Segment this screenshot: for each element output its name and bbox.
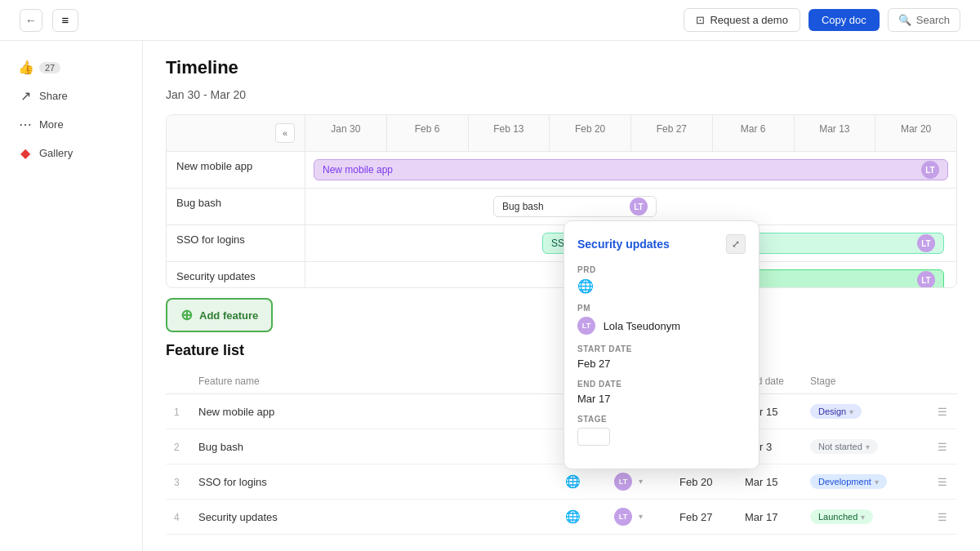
table-row: 2 Bug bash 🌐 LT ▾ Feb 15 Mar 3 Not start…	[166, 429, 957, 464]
likes-count: 27	[39, 62, 60, 73]
row-stage-3[interactable]: Launched▾	[802, 500, 924, 535]
col-mar13: Mar 13	[795, 115, 876, 151]
avatar-new-mobile-app: LT	[921, 161, 939, 179]
feature-table: Feature name PRD PM Start date End date …	[166, 369, 957, 535]
popup-expand-button[interactable]: ⤢	[726, 234, 746, 254]
col-mar20: Mar 20	[875, 115, 956, 151]
more-icon: ⋯	[18, 117, 33, 132]
collapse-icon: «	[283, 128, 287, 138]
table-row: 4 Security updates 🌐 LT ▾ Feb 27 Mar 17 …	[166, 500, 957, 535]
row-actions-1[interactable]: ☰	[924, 429, 957, 464]
sidebar-item-likes[interactable]: 👍 27	[5, 54, 137, 81]
bar-label: New mobile app	[323, 164, 921, 176]
pm-name: Lola Tseudonym	[604, 320, 680, 332]
row-end-3: Mar 17	[737, 500, 802, 535]
start-date-value: Feb 27	[577, 358, 746, 370]
bar-new-mobile-app[interactable]: New mobile app LT	[314, 159, 948, 180]
sidebar-item-more[interactable]: ⋯ More	[5, 111, 137, 138]
sidebar: 👍 27 ↗ Share ⋯ More ◆ Gallery	[0, 41, 143, 551]
col-feb20: Feb 20	[550, 115, 631, 151]
copy-doc-button[interactable]: Copy doc	[808, 9, 880, 31]
row-stage-1[interactable]: Not started▾	[802, 429, 924, 464]
row-actions-2[interactable]: ☰	[924, 464, 957, 500]
row-name-2: SSO for logins	[190, 464, 557, 500]
end-date-value: Mar 17	[577, 393, 746, 405]
bar-bug-bash[interactable]: Bug bash LT	[493, 196, 657, 217]
row-pm-3: LT ▾	[606, 500, 671, 535]
col-mar6: Mar 6	[713, 115, 795, 151]
col-header-num	[166, 369, 190, 394]
row-prd-3[interactable]: 🌐	[557, 500, 606, 535]
timeline-section: « Jan 30 Feb 6 Feb 13 Feb 20 Feb 27 Mar …	[166, 114, 957, 288]
add-feature-button[interactable]: ⊕ Add feature	[166, 298, 273, 332]
timeline-row-new-mobile-app: New mobile app New mobile app LT	[167, 151, 956, 188]
timeline-cells-row2: Bug bash LT	[305, 189, 956, 224]
row-num-1: 2	[166, 429, 190, 464]
col-header-stage: Stage	[802, 369, 924, 394]
timeline-row-bug-bash: Bug bash Bug bash LT	[167, 188, 956, 224]
add-icon: ⊕	[180, 306, 193, 324]
table-row: 3 SSO for logins 🌐 LT ▾ Feb 20 Mar 15 De…	[166, 464, 957, 500]
row-label-new-mobile-app: New mobile app	[167, 152, 305, 188]
copy-doc-label: Copy doc	[822, 14, 866, 26]
row-stage-0[interactable]: Design▾	[802, 394, 924, 429]
row-name-1: Bug bash	[190, 429, 557, 464]
row-actions-3[interactable]: ☰	[924, 500, 957, 535]
stage-checkbox[interactable]	[577, 428, 610, 446]
popup-header: Security updates ⤢	[577, 234, 746, 254]
expand-icon: ⤢	[732, 238, 740, 250]
gallery-label: Gallery	[39, 147, 73, 159]
row-label-security: Security updates	[167, 262, 305, 288]
list-icon: ≡	[62, 13, 69, 27]
popup-prd-section: PRD 🌐	[577, 265, 746, 294]
popup-title: Security updates	[577, 238, 670, 251]
bar-label-bug-bash: Bug bash	[502, 201, 630, 212]
security-updates-popup[interactable]: Security updates ⤢ PRD 🌐 PM LT Lola Tseu…	[564, 220, 760, 469]
page-title: Timeline	[166, 57, 957, 78]
row-name-3: Security updates	[190, 500, 557, 535]
view-toggle-button[interactable]: ≡	[52, 9, 78, 32]
main-content: Timeline Jan 30 - Mar 20 « Jan 30 Feb 6 …	[143, 41, 980, 551]
end-date-label: END DATE	[577, 380, 746, 389]
avatar-security: LT	[917, 271, 935, 288]
search-button[interactable]: 🔍 Search	[888, 8, 960, 32]
row-num-0: 1	[166, 394, 190, 429]
request-demo-button[interactable]: ⊡ Request a demo	[684, 8, 800, 32]
avatar-sso: LT	[917, 234, 935, 252]
row-actions-0[interactable]: ☰	[924, 394, 957, 429]
pm-label: PM	[577, 304, 746, 313]
popup-stage-section: STAGE	[577, 415, 746, 446]
row-label-bug-bash: Bug bash	[167, 189, 305, 224]
search-label: Search	[916, 14, 950, 26]
timeline-row-sso: SSO for logins SSO for logins LT	[167, 224, 956, 261]
row-stage-2[interactable]: Development▾	[802, 464, 924, 500]
timeline-columns: Jan 30 Feb 6 Feb 13 Feb 20 Feb 27 Mar 6 …	[305, 115, 956, 151]
add-feature-label: Add feature	[199, 309, 258, 322]
avatar-bug-bash: LT	[630, 198, 648, 216]
back-button[interactable]: ←	[20, 9, 42, 32]
row-start-3: Feb 27	[671, 500, 737, 535]
share-label: Share	[39, 90, 68, 102]
timeline-header-row: « Jan 30 Feb 6 Feb 13 Feb 20 Feb 27 Mar …	[167, 115, 956, 151]
back-icon: ←	[25, 14, 37, 27]
collapse-button[interactable]: «	[275, 123, 295, 143]
start-date-label: START DATE	[577, 344, 746, 353]
share-icon: ↗	[18, 88, 33, 104]
timeline-row-security: Security updates Security updates LT	[167, 261, 956, 288]
request-demo-label: Request a demo	[710, 14, 787, 26]
col-jan30: Jan 30	[305, 115, 387, 151]
sidebar-item-gallery[interactable]: ◆ Gallery	[5, 140, 137, 167]
popup-end-date-section: END DATE Mar 17	[577, 380, 746, 405]
col-feb27: Feb 27	[631, 115, 713, 151]
table-row: 1 New mobile app 🌐 LT ▾ Feb 2 Mar 15 Des…	[166, 394, 957, 429]
row-name-0: New mobile app	[190, 394, 557, 429]
search-icon: 🔍	[898, 14, 911, 26]
sidebar-item-share[interactable]: ↗ Share	[5, 82, 137, 109]
timeline-cells-row1: New mobile app LT	[305, 152, 956, 188]
demo-icon: ⊡	[696, 14, 705, 26]
col-feb13: Feb 13	[469, 115, 550, 151]
col-header-actions	[924, 369, 957, 394]
col-feb6: Feb 6	[387, 115, 469, 151]
popup-start-date-section: START DATE Feb 27	[577, 344, 746, 370]
popup-pm-section: PM LT Lola Tseudonym	[577, 304, 746, 335]
